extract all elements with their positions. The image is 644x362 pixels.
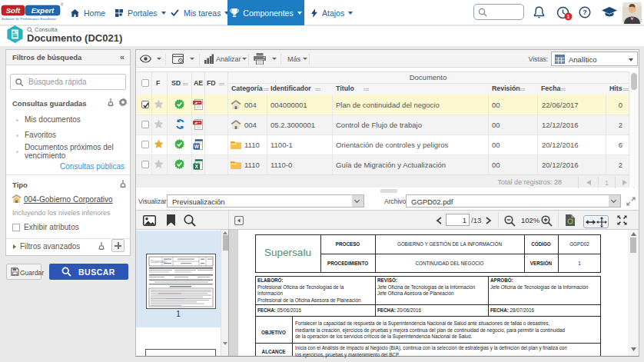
svg-text:®: ® [61,2,64,7]
svg-text:Software for Performance Excel: Software for Performance Excellence [2,17,57,21]
svg-text:X: X [195,164,199,169]
svg-text:Expert: Expert [32,6,55,15]
svg-text:Soft: Soft [6,6,21,15]
svg-text:?: ? [583,8,587,16]
svg-text:W: W [194,144,200,149]
svg-text:1: 1 [567,14,570,19]
